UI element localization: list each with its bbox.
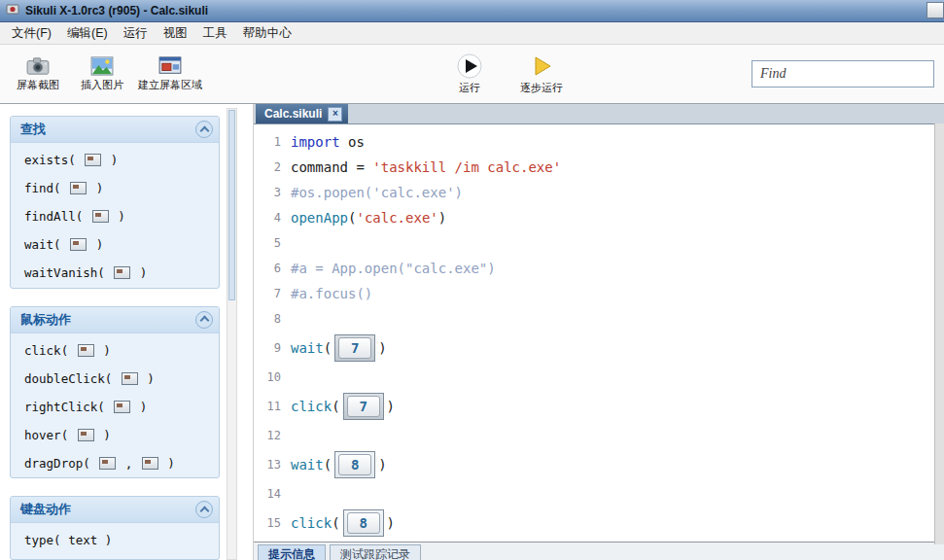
palette-section-0: 查找exists( )find( )findAll( )wait( )waitV…: [10, 116, 220, 289]
screenshot-button[interactable]: 屏幕截图: [10, 50, 66, 98]
window-button[interactable]: [927, 2, 944, 18]
step-run-button[interactable]: 逐步运行: [513, 50, 570, 98]
command-item[interactable]: exists( ): [11, 146, 219, 174]
code-line[interactable]: 3#os.popen('calc.exe'): [254, 180, 944, 205]
image-placeholder-icon: [70, 238, 87, 251]
image-placeholder-icon: [122, 372, 138, 385]
code-token: (: [324, 335, 332, 361]
pattern-image-chip[interactable]: 7: [334, 334, 375, 362]
code-line[interactable]: 7#a.focus(): [254, 281, 944, 306]
pattern-image-chip[interactable]: 8: [334, 451, 375, 478]
command-item[interactable]: type( text ): [11, 526, 219, 554]
command-item[interactable]: rightClick( ): [11, 393, 219, 421]
section-title: 鼠标动作: [20, 311, 71, 329]
section-header[interactable]: 鼠标动作: [11, 307, 219, 333]
run-group: 运行 逐步运行: [441, 50, 570, 98]
camera-icon: [25, 56, 51, 76]
sidebar-scrollbar-thumb[interactable]: [228, 110, 235, 300]
code-line[interactable]: 14: [254, 481, 944, 507]
code-line[interactable]: 15click(8): [254, 507, 944, 540]
editor-pane: Calc.sikuli × 1import os2command = 'task…: [253, 104, 944, 560]
code-line[interactable]: 5: [254, 230, 944, 256]
command-text: findAll(: [24, 209, 90, 224]
code-token: 'taskkill /im calc.exe': [372, 155, 561, 180]
command-text: ): [160, 456, 175, 471]
command-item[interactable]: findAll( ): [11, 202, 219, 230]
code-line[interactable]: 1import os: [254, 129, 944, 155]
picture-icon: [89, 56, 115, 76]
command-item[interactable]: doubleClick( ): [11, 365, 219, 393]
code-token: 'calc.exe': [356, 205, 437, 230]
pattern-image-label: 8: [338, 454, 371, 475]
command-text: ): [111, 209, 125, 224]
section-header[interactable]: 键盘动作: [11, 497, 219, 523]
menu-item-2[interactable]: 运行: [116, 23, 156, 44]
command-text: waitVanish(: [24, 265, 112, 280]
code-line[interactable]: 2command = 'taskkill /im calc.exe': [254, 155, 944, 180]
step-run-icon: [529, 53, 554, 79]
pattern-image-chip[interactable]: 8: [343, 509, 384, 537]
editor-tabbar: Calc.sikuli ×: [254, 104, 944, 124]
code-line[interactable]: 4openApp('calc.exe'): [254, 205, 944, 230]
code-line[interactable]: 6#a = App.open("calc.exe"): [254, 256, 944, 281]
code-token: ): [378, 452, 386, 477]
palette-section-2: 键盘动作type( text ): [10, 496, 220, 560]
code-line[interactable]: 9wait(7): [254, 332, 944, 365]
menu-item-0[interactable]: 文件(F): [4, 23, 59, 44]
pattern-image-label: 8: [347, 512, 380, 534]
step-run-label: 逐步运行: [520, 81, 563, 95]
command-item[interactable]: click( ): [11, 336, 219, 365]
menu-item-1[interactable]: 编辑(E): [59, 23, 116, 44]
run-icon: [457, 53, 482, 79]
pattern-image-chip[interactable]: 7: [343, 393, 384, 420]
image-placeholder-icon: [78, 344, 94, 357]
code-area[interactable]: 1import os2command = 'taskkill /im calc.…: [254, 124, 944, 542]
line-number: 13: [254, 452, 291, 477]
menu-item-5[interactable]: 帮助中心: [235, 23, 299, 44]
code-line[interactable]: 10: [254, 365, 944, 390]
collapse-icon[interactable]: [195, 501, 213, 518]
screen-region-icon: [157, 56, 183, 76]
menu-item-4[interactable]: 工具: [195, 23, 235, 44]
find-input[interactable]: [752, 60, 934, 88]
command-item[interactable]: hover( ): [11, 421, 219, 449]
app-icon: [6, 2, 19, 19]
code-line[interactable]: 12: [254, 423, 944, 448]
code-token: (: [348, 205, 356, 230]
command-text: doubleClick(: [24, 371, 120, 386]
command-item[interactable]: wait( ): [11, 230, 219, 259]
run-button[interactable]: 运行: [441, 50, 498, 98]
window-controls: [927, 2, 944, 18]
create-region-button[interactable]: 建立屏幕区域: [138, 50, 202, 98]
code-token: command =: [291, 155, 372, 180]
sidebar-scrollbar[interactable]: [227, 108, 237, 560]
titlebar[interactable]: Sikuli X-1.0rc3 (r905) - Calc.sikuli: [0, 0, 944, 22]
collapse-icon[interactable]: [195, 311, 213, 329]
collapse-icon[interactable]: [195, 121, 213, 138]
line-number: 11: [254, 394, 291, 419]
code-line[interactable]: 13wait(8): [254, 448, 944, 481]
line-number: 7: [254, 281, 291, 306]
section-header[interactable]: 查找: [11, 117, 219, 143]
tab-test-trace[interactable]: 测试跟踪记录: [330, 544, 421, 560]
command-text: ): [140, 371, 155, 386]
command-item[interactable]: dragDrop( , ): [11, 449, 219, 477]
insert-image-button[interactable]: 插入图片: [74, 50, 130, 98]
command-text: hover(: [24, 428, 76, 442]
command-item[interactable]: waitVanish( ): [11, 259, 219, 287]
tab-calc-sikuli[interactable]: Calc.sikuli ×: [256, 104, 348, 123]
command-item[interactable]: find( ): [11, 174, 219, 202]
tab-message-info[interactable]: 提示信息: [258, 544, 326, 560]
image-placeholder-icon: [70, 182, 87, 194]
editor-scrollbar[interactable]: [934, 123, 944, 544]
image-placeholder-icon: [78, 429, 94, 441]
menu-item-3[interactable]: 视图: [156, 23, 195, 44]
create-region-label: 建立屏幕区域: [138, 78, 202, 92]
code-line[interactable]: 8: [254, 306, 944, 332]
tab-close-icon[interactable]: ×: [328, 107, 342, 122]
section-title: 查找: [20, 121, 46, 138]
command-text: ,: [118, 456, 140, 471]
code-line[interactable]: 11click(7): [254, 390, 944, 423]
command-text: rightClick(: [24, 400, 112, 414]
main-area: 查找exists( )find( )findAll( )wait( )waitV…: [0, 104, 944, 560]
